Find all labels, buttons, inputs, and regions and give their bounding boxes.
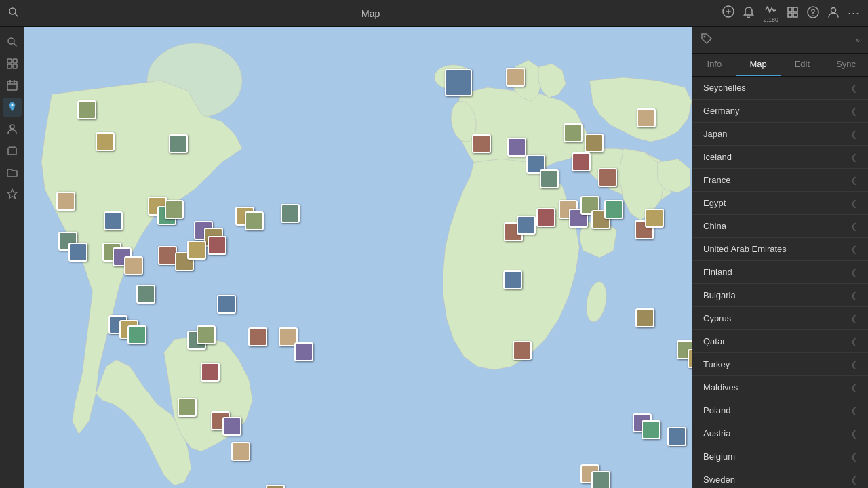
photo-pin[interactable] [56, 192, 75, 211]
photo-pin[interactable] [127, 325, 146, 344]
svg-line-13 [14, 43, 16, 46]
help-icon[interactable] [807, 6, 819, 21]
photo-pin[interactable] [513, 341, 532, 360]
photo-pin[interactable] [201, 363, 220, 382]
topbar-left [8, 7, 19, 20]
photo-pin[interactable] [667, 427, 686, 446]
country-name: Qatar [703, 336, 726, 346]
country-item[interactable]: Turkey❮ [692, 353, 868, 376]
country-item[interactable]: France❮ [692, 169, 868, 192]
photo-pin[interactable] [158, 246, 177, 265]
country-item[interactable]: Qatar❮ [692, 330, 868, 353]
country-chevron-icon: ❮ [850, 452, 857, 462]
photo-pin[interactable] [688, 349, 692, 368]
country-item[interactable]: Egypt❮ [692, 192, 868, 215]
country-item[interactable]: Finland❮ [692, 261, 868, 284]
photo-pin[interactable] [178, 398, 197, 417]
panel-expand-icon[interactable]: » [855, 35, 860, 45]
country-chevron-icon: ❮ [850, 83, 857, 93]
country-item[interactable]: United Arab Emirates❮ [692, 238, 868, 261]
country-item[interactable]: Bulgaria❮ [692, 284, 868, 307]
svg-rect-25 [9, 146, 15, 148]
topbar: Map 2,180 [0, 0, 868, 27]
country-chevron-icon: ❮ [850, 199, 857, 208]
photo-pin[interactable] [281, 204, 300, 223]
country-item[interactable]: Cyprus❮ [692, 307, 868, 330]
add-icon[interactable] [722, 5, 734, 21]
layout-icon[interactable] [787, 6, 799, 21]
notification-icon[interactable] [743, 6, 755, 21]
photo-pin[interactable] [591, 471, 610, 488]
activity-icon[interactable]: 2,180 [763, 4, 778, 23]
country-item[interactable]: Maldives❮ [692, 376, 868, 399]
country-item[interactable]: Seychelles❮ [692, 77, 868, 100]
photo-pin[interactable] [124, 256, 143, 275]
sidebar-photos-icon[interactable] [3, 54, 22, 73]
photo-pin[interactable] [266, 485, 285, 488]
photo-pin[interactable] [506, 68, 525, 87]
sidebar-folders-icon[interactable] [3, 163, 22, 182]
country-name: France [703, 175, 730, 185]
photo-pin[interactable] [637, 108, 656, 127]
photo-pin[interactable] [104, 211, 123, 230]
photo-pin[interactable] [217, 295, 236, 314]
photo-pin[interactable] [222, 417, 241, 436]
country-item[interactable]: Iceland❮ [692, 146, 868, 169]
photo-pin[interactable] [472, 134, 491, 153]
photo-pin[interactable] [165, 200, 184, 219]
search-icon[interactable] [8, 7, 19, 20]
sidebar-star-icon[interactable] [3, 184, 22, 203]
country-name: Poland [703, 405, 730, 415]
country-item[interactable]: China❮ [692, 215, 868, 238]
photo-pin[interactable] [197, 325, 216, 344]
country-item[interactable]: Poland❮ [692, 399, 868, 422]
photo-pin[interactable] [536, 208, 555, 227]
photo-pin[interactable] [517, 216, 536, 235]
photo-pin[interactable] [231, 442, 250, 461]
tab-map[interactable]: Map [736, 54, 781, 76]
sidebar-albums-icon[interactable] [3, 141, 22, 160]
user-icon[interactable] [827, 6, 840, 21]
photo-pin[interactable] [248, 327, 267, 346]
photo-pin[interactable] [187, 241, 206, 260]
photo-pin[interactable] [77, 100, 96, 119]
tab-edit[interactable]: Edit [781, 54, 825, 76]
photo-pin[interactable] [445, 69, 472, 96]
tab-sync[interactable]: Sync [824, 54, 868, 76]
photo-pin[interactable] [503, 270, 522, 289]
photo-pin[interactable] [642, 420, 660, 439]
tab-info[interactable]: Info [692, 54, 736, 76]
page-title: Map [19, 8, 722, 19]
country-item[interactable]: Sweden❮ [692, 468, 868, 488]
sidebar-people-icon[interactable] [3, 119, 22, 138]
photo-pin[interactable] [507, 138, 526, 157]
more-icon[interactable]: ··· [848, 6, 860, 20]
photo-pin[interactable] [245, 211, 264, 230]
photo-pin[interactable] [540, 169, 559, 188]
topbar-right: 2,180 ··· [722, 4, 860, 23]
country-item[interactable]: Austria❮ [692, 422, 868, 445]
country-item[interactable]: Germany❮ [692, 100, 868, 123]
country-item[interactable]: Japan❮ [692, 123, 868, 146]
photo-pin[interactable] [645, 209, 664, 228]
photo-pin[interactable] [68, 243, 87, 262]
country-item[interactable]: Belgium❮ [692, 445, 868, 468]
photo-pin[interactable] [169, 134, 188, 153]
photo-pin[interactable] [136, 285, 155, 304]
photo-pin[interactable] [208, 236, 226, 255]
country-name: Sweden [703, 474, 735, 485]
photo-pin[interactable] [604, 200, 623, 219]
map-area[interactable] [24, 27, 692, 488]
photo-pin[interactable] [572, 152, 591, 171]
photo-pin[interactable] [564, 123, 583, 142]
country-name: Seychelles [703, 83, 746, 93]
photo-pin[interactable] [294, 342, 313, 361]
svg-rect-17 [13, 64, 17, 68]
sidebar-map-icon[interactable] [3, 98, 22, 117]
photo-pin[interactable] [635, 308, 654, 327]
sidebar-search-icon[interactable] [3, 33, 22, 52]
photo-pin[interactable] [585, 134, 604, 152]
photo-pin[interactable] [96, 132, 115, 151]
sidebar-calendar-icon[interactable] [3, 76, 22, 95]
photo-pin[interactable] [598, 168, 617, 187]
